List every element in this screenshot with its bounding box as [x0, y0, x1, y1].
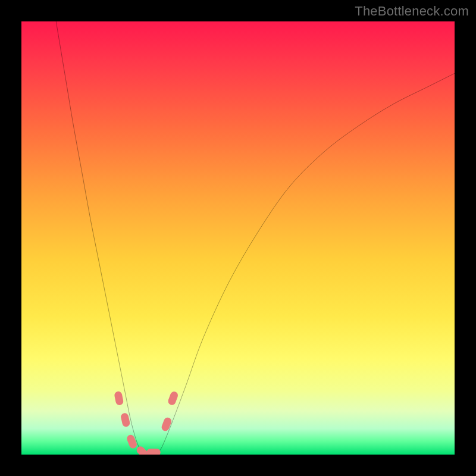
bottleneck-curve-path [56, 21, 455, 455]
marker-group [114, 390, 179, 455]
marker-5 [146, 449, 160, 455]
plot-area [21, 21, 455, 455]
marker-1 [114, 391, 124, 406]
watermark-text: TheBottleneck.com [355, 4, 469, 19]
marker-2 [120, 412, 131, 428]
marker-3 [126, 434, 138, 449]
chart-svg [21, 21, 455, 455]
chart-frame: TheBottleneck.com [0, 0, 476, 476]
curve-group [56, 21, 455, 455]
marker-6 [161, 416, 173, 432]
marker-7 [167, 390, 179, 406]
